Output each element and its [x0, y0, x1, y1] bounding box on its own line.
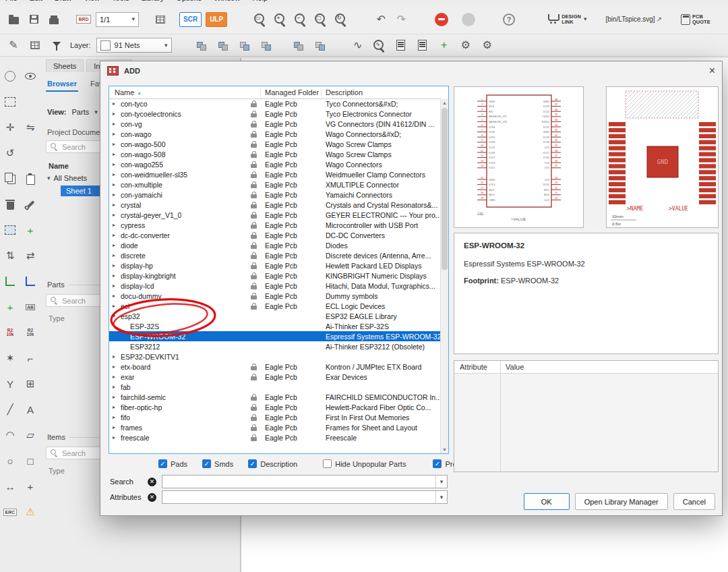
info-tool[interactable]: [0, 66, 20, 86]
menu-draw[interactable]: Draw: [55, 0, 72, 2]
pcb-quote-button[interactable]: PCBQUOTE: [681, 10, 710, 29]
print-button[interactable]: [46, 10, 62, 29]
library-row[interactable]: ▸con-wagoEagle PcbWago Connectors&#xD;: [109, 129, 440, 139]
library-row[interactable]: ▸etx-boardEagle PcbKontron / JUMPtec ETX…: [109, 362, 440, 372]
copy-tool[interactable]: [0, 169, 20, 189]
column-header-description[interactable]: Description: [322, 88, 448, 96]
smash-tool[interactable]: ✶: [0, 348, 20, 368]
scrollbar-thumb[interactable]: [442, 108, 448, 270]
cancel-button[interactable]: Cancel: [673, 493, 715, 510]
checkbox-description[interactable]: ✓Description: [248, 459, 297, 468]
zoom-select-button[interactable]: ▢: [312, 10, 328, 29]
library-row[interactable]: ▸crystalEagle PcbCrystals and Crystal Re…: [109, 200, 440, 210]
pinswap-tool[interactable]: ⇅: [0, 246, 20, 266]
row-expanded-icon[interactable]: ▾: [113, 313, 119, 319]
row-collapsed-icon[interactable]: ▸: [113, 161, 119, 167]
menu-options[interactable]: Options: [176, 0, 202, 2]
row-collapsed-icon[interactable]: ▸: [113, 202, 119, 208]
save-button[interactable]: [26, 10, 42, 29]
circle-tool[interactable]: ○: [0, 451, 20, 471]
tab-browser[interactable]: Browser: [46, 77, 78, 92]
row-collapsed-icon[interactable]: ▸: [113, 283, 119, 289]
display-tool[interactable]: [20, 66, 40, 86]
library-row[interactable]: ▸diodeEagle PcbDiodes: [109, 240, 440, 250]
row-collapsed-icon[interactable]: ▸: [113, 101, 119, 107]
row-collapsed-icon[interactable]: ▸: [113, 364, 119, 370]
split-tool[interactable]: Y: [0, 374, 20, 394]
library-row[interactable]: ▸con-wago-508Eagle PcbWago Screw Clamps: [109, 149, 440, 159]
undo-button[interactable]: ↶: [373, 10, 389, 29]
scroll-down-icon[interactable]: ▼: [441, 445, 448, 453]
row-collapsed-icon[interactable]: ▸: [113, 181, 119, 188]
row-collapsed-icon[interactable]: ▸: [113, 374, 119, 380]
zoom-fit-button[interactable]: ▭: [251, 10, 268, 29]
row-collapsed-icon[interactable]: ▸: [113, 414, 119, 420]
rotate-tool[interactable]: ↺: [0, 143, 20, 163]
library-row[interactable]: ▸docu-dummyEagle PcbDummy symbols: [109, 291, 440, 301]
zoom-redraw-button[interactable]: ↻: [332, 10, 348, 29]
arc-tool[interactable]: ◠: [0, 425, 20, 445]
row-collapsed-icon[interactable]: ▸: [113, 424, 119, 430]
scroll-up-icon[interactable]: ▲: [441, 98, 448, 107]
select-tool[interactable]: [0, 92, 20, 112]
checkbox-smds[interactable]: ✓Smds: [202, 459, 233, 468]
library-row[interactable]: ▸con-yamaichiEagle PcbYamaichi Connector…: [109, 190, 440, 200]
move-tool[interactable]: ✛: [0, 117, 20, 138]
name-tool[interactable]: R210k: [20, 322, 40, 343]
polygon-tool[interactable]: ▱: [20, 425, 40, 445]
row-collapsed-icon[interactable]: ▸: [113, 273, 119, 279]
layer-edit-button[interactable]: ✎: [5, 36, 22, 55]
change-tool[interactable]: [20, 194, 40, 214]
layer-selector[interactable]: 91 Nets ▾: [96, 38, 172, 53]
sheet-thumbnails-button[interactable]: [152, 10, 169, 29]
design-link-button[interactable]: DESIGNLINK ▾: [548, 10, 586, 29]
library-row[interactable]: ▸con-vgEagle PcbVG Connectors (DIN 41612…: [109, 119, 440, 129]
library-row[interactable]: ▾esp32ESP32 EAGLE Library: [109, 311, 440, 321]
row-collapsed-icon[interactable]: ▸: [113, 121, 119, 127]
library-row[interactable]: ESP-WROOM-32Espressif Systems ESP-WROOM-…: [109, 331, 440, 341]
row-collapsed-icon[interactable]: ▸: [113, 262, 119, 268]
display-preset-5[interactable]: [291, 36, 307, 55]
row-collapsed-icon[interactable]: ▸: [113, 242, 119, 248]
sheet-selector[interactable]: 1/1 ▾: [96, 12, 139, 27]
dialog-titlebar[interactable]: ADD ×: [100, 61, 722, 80]
row-collapsed-icon[interactable]: ▸: [113, 151, 119, 157]
library-row[interactable]: ▸display-kingbrightEagle PcbKINGBRIGHT N…: [109, 270, 440, 281]
tree-item-all-sheets[interactable]: ▾ All Sheets: [47, 174, 87, 182]
row-collapsed-icon[interactable]: ▸: [113, 293, 119, 299]
checkbox-hide-unpopular-parts[interactable]: Hide Unpopular Parts: [323, 459, 406, 468]
clear-attributes-icon[interactable]: ✕: [148, 493, 156, 502]
help-button[interactable]: ?: [501, 10, 517, 29]
redo-button[interactable]: ↷: [393, 10, 409, 29]
tab-sheets[interactable]: Sheets: [46, 59, 84, 72]
text-tool[interactable]: A: [20, 399, 40, 420]
library-row[interactable]: ▸con-tycoEagle PcbTyco Connectors&#xD;: [109, 98, 440, 109]
menu-help[interactable]: Help: [252, 0, 268, 2]
attributes-combo[interactable]: ▾: [162, 490, 448, 504]
open-library-manager-button[interactable]: Open Library Manager: [575, 493, 668, 510]
library-row[interactable]: ▸con-tycoelectronicsEagle PcbTyco Electr…: [109, 109, 440, 119]
library-row[interactable]: ▸fab: [109, 382, 440, 392]
search-combo[interactable]: ▾: [162, 475, 448, 488]
bus-tool[interactable]: [20, 271, 40, 291]
library-row[interactable]: ▸discreteEagle PcbDiscrete devices (Ante…: [109, 250, 440, 260]
menu-window[interactable]: Window: [214, 0, 240, 2]
library-row[interactable]: ▸freescaleEagle PcbFreescale: [109, 432, 440, 442]
library-row[interactable]: ESP3212Ai-Thinker ESP3212 (Obsolete): [109, 341, 440, 351]
menu-tools[interactable]: Tools: [112, 0, 129, 2]
library-row[interactable]: ▸display-lcdEagle PcbHitachi, Data Modul…: [109, 281, 440, 291]
row-collapsed-icon[interactable]: ▸: [113, 171, 119, 177]
open-button[interactable]: [5, 10, 22, 29]
close-button[interactable]: ×: [709, 65, 715, 77]
menu-library[interactable]: Library: [142, 0, 164, 2]
column-header-managed-folder[interactable]: Managed Folder: [261, 88, 322, 96]
junction-tool[interactable]: +: [0, 297, 20, 317]
row-collapsed-icon[interactable]: ▸: [113, 434, 119, 440]
run-script-button[interactable]: SCR: [179, 12, 202, 27]
row-collapsed-icon[interactable]: ▸: [113, 222, 119, 228]
add-symbol-button[interactable]: +: [436, 36, 452, 55]
paste-tool[interactable]: [20, 169, 40, 189]
settings-button[interactable]: ⚙: [458, 36, 474, 55]
library-row[interactable]: ▸fairchild-semicEagle PcbFAIRCHILD SEMIC…: [109, 392, 440, 402]
miter-tool[interactable]: ⌐: [20, 348, 40, 368]
